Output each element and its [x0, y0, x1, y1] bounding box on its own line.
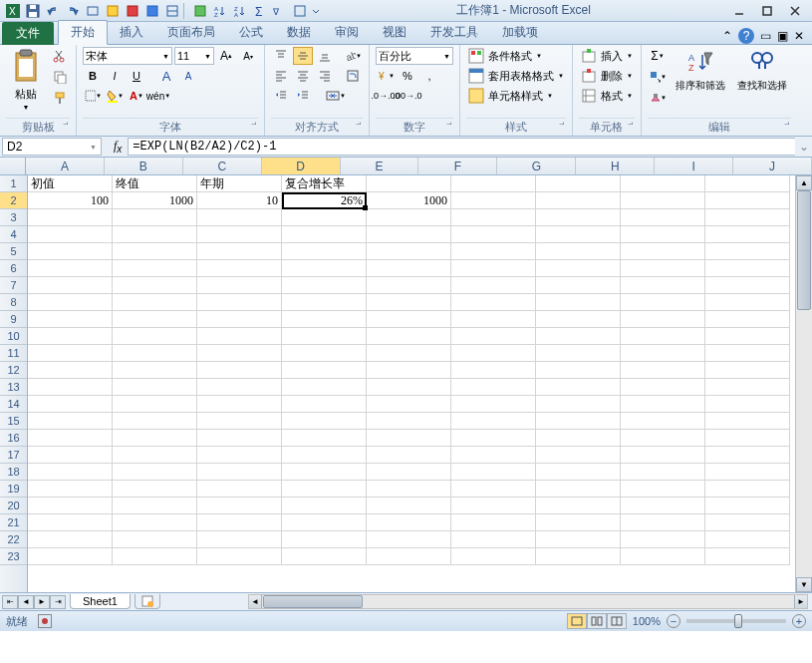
cell[interactable] — [621, 226, 705, 243]
cell[interactable] — [197, 311, 282, 328]
cell[interactable] — [113, 514, 197, 531]
macro-record-icon[interactable] — [38, 614, 52, 628]
cell[interactable] — [621, 345, 705, 362]
insert-cells-button[interactable]: 插入▼ — [579, 47, 635, 65]
cell[interactable] — [197, 514, 282, 531]
cell[interactable] — [113, 447, 197, 464]
cell[interactable] — [113, 379, 197, 396]
orientation-icon[interactable]: ab▼ — [343, 47, 363, 65]
cell[interactable] — [282, 362, 367, 379]
tab-formula[interactable]: 公式 — [227, 21, 275, 44]
row-header-19[interactable]: 19 — [0, 481, 27, 497]
cell[interactable] — [536, 328, 621, 345]
cell[interactable] — [282, 379, 367, 396]
window-min-icon[interactable]: ▭ — [760, 29, 771, 43]
cell[interactable] — [28, 396, 113, 413]
cell[interactable] — [621, 243, 705, 260]
cell[interactable] — [451, 175, 536, 192]
cell[interactable] — [282, 514, 367, 531]
tab-layout[interactable]: 页面布局 — [155, 21, 227, 44]
cell[interactable] — [705, 430, 790, 447]
cell[interactable] — [28, 226, 113, 243]
col-header-J[interactable]: J — [733, 158, 812, 174]
row-header-11[interactable]: 11 — [0, 345, 27, 362]
cell[interactable] — [282, 413, 367, 430]
cell[interactable]: 1000 — [113, 192, 197, 209]
cell[interactable] — [451, 447, 536, 464]
paste-button[interactable]: 粘贴 ▼ — [6, 47, 46, 113]
row-header-22[interactable]: 22 — [0, 531, 27, 548]
cell[interactable] — [367, 531, 451, 548]
cell[interactable] — [197, 328, 282, 345]
cell[interactable] — [621, 260, 705, 277]
merge-icon[interactable]: ▼ — [321, 87, 351, 105]
minimize-ribbon-icon[interactable]: ⌃ — [722, 29, 732, 43]
row-header-21[interactable]: 21 — [0, 514, 27, 531]
cell[interactable] — [705, 531, 790, 548]
cell[interactable] — [28, 497, 113, 514]
cell[interactable] — [536, 192, 621, 209]
cell[interactable] — [367, 447, 451, 464]
sort-desc-icon[interactable]: ZA — [231, 2, 249, 20]
cell[interactable] — [451, 209, 536, 226]
cell[interactable] — [621, 430, 705, 447]
row-header-14[interactable]: 14 — [0, 396, 27, 413]
cell[interactable] — [451, 430, 536, 447]
cell[interactable] — [536, 514, 621, 531]
cell[interactable] — [705, 379, 790, 396]
cell[interactable] — [621, 362, 705, 379]
cell[interactable] — [536, 277, 621, 294]
cell[interactable] — [536, 396, 621, 413]
col-header-A[interactable]: A — [26, 158, 105, 174]
cell[interactable] — [621, 464, 705, 481]
cell[interactable] — [451, 464, 536, 481]
qat-btn-3[interactable] — [124, 2, 141, 20]
find-select-button[interactable]: 查找和选择 — [733, 47, 791, 95]
cell[interactable]: 终值 — [113, 175, 197, 192]
cell[interactable] — [28, 464, 113, 481]
cell[interactable] — [621, 175, 705, 192]
cell[interactable] — [536, 311, 621, 328]
fill-color-icon[interactable]: ▼ — [105, 87, 125, 105]
cell[interactable] — [113, 430, 197, 447]
bold-button[interactable]: B — [83, 67, 103, 85]
underline-button[interactable]: U — [127, 67, 146, 85]
name-box[interactable]: D2▼ — [2, 138, 102, 156]
page-layout-view-icon[interactable] — [587, 613, 607, 629]
cell[interactable] — [113, 328, 197, 345]
indent-inc-icon[interactable] — [293, 87, 313, 105]
col-header-B[interactable]: B — [105, 158, 183, 174]
cell[interactable] — [536, 531, 621, 548]
cell[interactable] — [282, 226, 367, 243]
help-icon[interactable]: ? — [738, 28, 754, 44]
cell[interactable] — [197, 209, 282, 226]
clear-icon[interactable]: ▼ — [648, 89, 668, 107]
qat-btn-7[interactable]: ∇ — [271, 2, 289, 20]
row-header-5[interactable]: 5 — [0, 243, 27, 260]
cell[interactable] — [28, 447, 113, 464]
excel-icon[interactable]: X — [4, 2, 22, 20]
cell[interactable] — [705, 345, 790, 362]
format-painter-icon[interactable] — [50, 89, 70, 107]
cond-format-button[interactable]: 条件格式▼ — [466, 47, 544, 65]
cell[interactable] — [282, 311, 367, 328]
cell[interactable] — [536, 226, 621, 243]
qat-btn-2[interactable] — [104, 2, 122, 20]
cell[interactable] — [282, 481, 367, 497]
cell[interactable] — [705, 413, 790, 430]
cell[interactable] — [113, 548, 197, 565]
cell[interactable] — [536, 362, 621, 379]
cell[interactable]: 26% — [282, 192, 367, 209]
row-header-4[interactable]: 4 — [0, 226, 27, 243]
row-header-13[interactable]: 13 — [0, 379, 27, 396]
shrink-font-icon[interactable]: A▾ — [238, 47, 258, 65]
cell[interactable] — [451, 345, 536, 362]
border-icon[interactable]: ▼ — [83, 87, 103, 105]
cell[interactable] — [282, 497, 367, 514]
cell[interactable] — [113, 260, 197, 277]
row-header-12[interactable]: 12 — [0, 362, 27, 379]
cell[interactable] — [197, 260, 282, 277]
row-header-23[interactable]: 23 — [0, 548, 27, 565]
autosum-icon[interactable]: Σ▼ — [648, 47, 668, 65]
cell[interactable] — [197, 548, 282, 565]
